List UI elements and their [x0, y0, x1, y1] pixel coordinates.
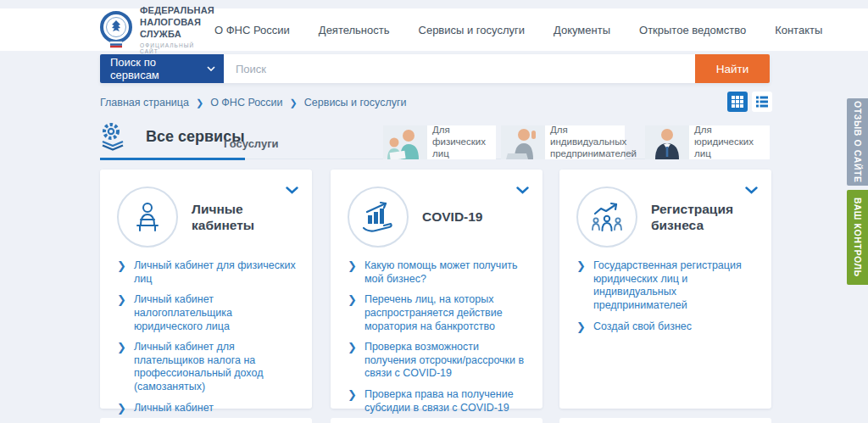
logo-line1: ФЕДЕРАЛЬНАЯ	[140, 5, 214, 17]
link-chevron-icon: ❯	[348, 259, 357, 273]
search-button[interactable]: Найти	[695, 54, 770, 83]
card-header: COVID-19	[348, 186, 527, 248]
link-chevron-icon: ❯	[117, 259, 126, 273]
nav-services[interactable]: Сервисы и госуслуги	[419, 24, 525, 36]
fns-logo[interactable]: ФЕДЕРАЛЬНАЯ НАЛОГОВАЯ СЛУЖБА ОФИЦИАЛЬНЫЙ…	[100, 5, 214, 53]
link-lk-ul[interactable]: ❯ Личный кабинет налогоплательщика юриди…	[117, 293, 297, 333]
hand-chart-icon	[348, 186, 409, 248]
breadcrumb-separator-icon: ❯	[290, 97, 298, 109]
category-tabs: Для физических лиц Для индивидуальных пр…	[383, 125, 770, 159]
link-covid-moratorium[interactable]: ❯ Перечень лиц, на которых распространяе…	[348, 293, 527, 333]
card-header: Регистрация бизнеса	[576, 186, 756, 248]
entrepreneurs-photo	[501, 125, 545, 159]
breadcrumb-current: Сервисы и госуслуги	[304, 97, 407, 109]
tab-individuals[interactable]: Для физических лиц	[383, 125, 496, 159]
next-row-card	[100, 418, 312, 423]
nav-about-fns[interactable]: О ФНС России	[214, 24, 290, 36]
card-business-registration: Регистрация бизнеса ❯ Государственная ре…	[559, 170, 771, 409]
fns-emblem-icon	[100, 11, 132, 48]
collapse-chevron-icon[interactable]	[286, 186, 298, 194]
collapse-chevron-icon[interactable]	[745, 186, 758, 194]
site-feedback-side-button[interactable]: ОТЗЫВ О САЙТЕ	[847, 98, 868, 186]
nav-open-agency[interactable]: Открытое ведомство	[639, 24, 746, 36]
card-covid19: COVID-19 ❯ Какую помощь может получить м…	[331, 170, 542, 409]
logo-line2: НАЛОГОВАЯ СЛУЖБА	[140, 17, 214, 41]
link-chevron-icon: ❯	[576, 259, 586, 273]
link-chevron-icon: ❯	[117, 293, 126, 307]
card-title: COVID-19	[422, 209, 483, 225]
link-chevron-icon: ❯	[348, 341, 357, 354]
link-covid-deferral[interactable]: ❯ Проверка возможности получения отсрочк…	[348, 341, 527, 381]
link-covid-subsidy[interactable]: ❯ Проверка права на получение субсидии в…	[348, 388, 527, 415]
link-chevron-icon: ❯	[348, 388, 357, 402]
tab-gosuslugi[interactable]: Госуслуги	[224, 137, 279, 150]
nav-contacts[interactable]: Контакты	[775, 24, 822, 36]
list-view-icon	[756, 96, 768, 108]
tab-entrepreneurs[interactable]: Для индивидуальных предпринимателей	[501, 125, 625, 159]
search-input[interactable]	[224, 54, 695, 83]
grid-view-icon	[732, 96, 743, 108]
person-cabinet-icon	[117, 186, 178, 248]
nav-activity[interactable]: Деятельность	[319, 24, 390, 36]
next-row-card	[559, 418, 771, 423]
card-personal-accounts: Личные кабинеты ❯ Личный кабинет для физ…	[100, 170, 312, 409]
link-chevron-icon: ❯	[348, 293, 357, 307]
card-title: Личные кабинеты	[192, 201, 297, 234]
card-title: Регистрация бизнеса	[651, 201, 756, 234]
link-lk-npd[interactable]: ❯ Личный кабинет для плательщиков налога…	[117, 341, 297, 394]
link-state-registration[interactable]: ❯ Государственная регистрация юридически…	[576, 259, 756, 313]
breadcrumb-about[interactable]: О ФНС России	[210, 97, 282, 109]
card-links: ❯ Личный кабинет для физических лиц ❯ Ли…	[117, 259, 297, 423]
breadcrumb: Главная страница ❯ О ФНС России ❯ Сервис…	[100, 97, 406, 109]
link-chevron-icon: ❯	[576, 320, 586, 334]
logo-text: ФЕДЕРАЛЬНАЯ НАЛОГОВАЯ СЛУЖБА ОФИЦИАЛЬНЫЙ…	[140, 5, 214, 53]
tab-entrepreneurs-label: Для индивидуальных предпринимателей	[545, 125, 644, 159]
legal-entities-photo	[645, 125, 689, 159]
search-scope-dropdown[interactable]: Поиск по сервисам	[100, 54, 224, 83]
search-scope-label: Поиск по сервисам	[110, 56, 207, 81]
link-lk-fl[interactable]: ❯ Личный кабинет для физических лиц	[117, 259, 297, 286]
link-chevron-icon: ❯	[117, 341, 126, 354]
nav-documents[interactable]: Документы	[554, 24, 610, 36]
services-tabs-row: Все сервисы Госуслуги Для физических лиц	[100, 124, 770, 159]
tab-legal-entities-label: Для юридических лиц	[689, 125, 770, 159]
grid-view-button[interactable]	[727, 92, 748, 112]
main-nav: О ФНС России Деятельность Сервисы и госу…	[214, 24, 822, 36]
collapse-chevron-icon[interactable]	[516, 186, 529, 194]
link-covid-help[interactable]: ❯ Какую помощь может получить мой бизнес…	[348, 259, 527, 286]
tab-legal-entities[interactable]: Для юридических лиц	[645, 125, 770, 159]
breadcrumb-home[interactable]: Главная страница	[100, 97, 189, 109]
tab-individuals-label: Для физических лиц	[427, 125, 496, 159]
vash-kontrol-side-button[interactable]: ВАШ КОНТРОЛЬ	[847, 190, 868, 285]
card-links: ❯ Государственная регистрация юридически…	[576, 259, 756, 334]
people-growth-icon	[576, 186, 637, 248]
individuals-photo	[383, 125, 427, 159]
services-gear-layers-icon	[100, 121, 136, 152]
vash-kontrol-label: ВАШ КОНТРОЛЬ	[853, 198, 863, 277]
card-header: Личные кабинеты	[117, 186, 297, 248]
link-create-business[interactable]: ❯ Создай свой бизнес	[576, 320, 756, 334]
next-row-card	[331, 418, 542, 423]
site-feedback-label: ОТЗЫВ О САЙТЕ	[853, 101, 863, 183]
view-toggles	[727, 92, 772, 112]
list-view-button[interactable]	[752, 92, 772, 112]
chevron-down-icon	[207, 66, 215, 71]
tab-all-services[interactable]: Все сервисы	[100, 121, 245, 160]
link-chevron-icon: ❯	[117, 402, 126, 415]
site-header: ФЕДЕРАЛЬНАЯ НАЛОГОВАЯ СЛУЖБА ОФИЦИАЛЬНЫЙ…	[0, 8, 868, 51]
search-bar: Поиск по сервисам Найти	[100, 54, 770, 83]
breadcrumb-separator-icon: ❯	[196, 97, 203, 109]
card-links: ❯ Какую помощь может получить мой бизнес…	[348, 259, 527, 415]
logo-subtitle: ОФИЦИАЛЬНЫЙ САЙТ	[140, 42, 214, 54]
